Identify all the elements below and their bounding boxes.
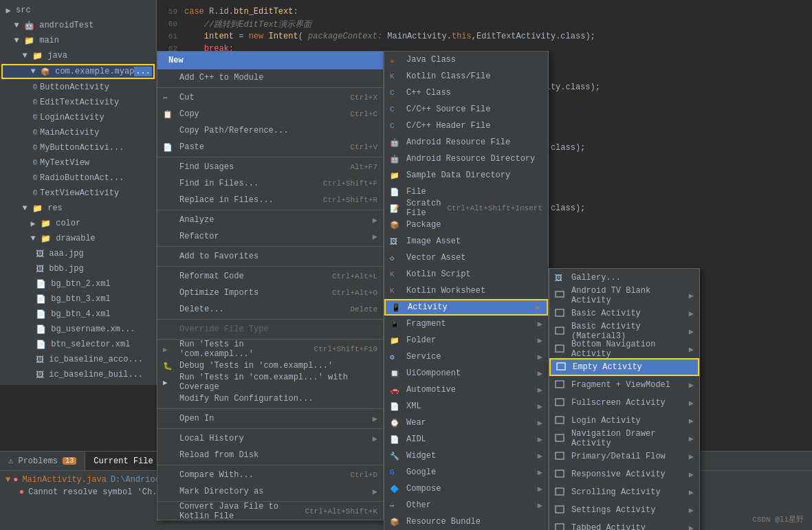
ctx-item-primarydetail[interactable]: Primary/Detail Flow ▶ <box>549 448 699 465</box>
ctx-item-widget[interactable]: 🔧 Widget ▶ <box>384 448 548 464</box>
ctx-item-imageasset[interactable]: 🖼 Image Asset <box>384 233 548 250</box>
ctx-item-replaceinfiles[interactable]: Replace in Files... Ctrl+Shift+R <box>157 192 383 208</box>
ctx-item-tabbedactivity[interactable]: Tabbed Activity ▶ <box>549 519 699 530</box>
ctx-item-runtests[interactable]: ▶ Run 'Tests in 'com.exampl...' Ctrl+Shi… <box>157 341 383 357</box>
ctx-item-bottomnav[interactable]: Bottom Navigation Activity ▶ <box>549 340 699 358</box>
ctx-item-localhistory[interactable]: Local History ▶ <box>157 430 383 447</box>
ctx-item-comparewith[interactable]: Compare With... Ctrl+D <box>157 467 383 483</box>
ctx-item-scrollingactivity[interactable]: Scrolling Activity ▶ <box>549 483 699 501</box>
tree-item-main[interactable]: ▼ 📁 main <box>0 33 156 48</box>
ctx-item-google[interactable]: G Google ▶ <box>384 464 548 481</box>
ctx-item-emptyactivity[interactable]: Empty Activity <box>549 358 699 376</box>
ctx-item-delete[interactable]: Delete... Delete <box>157 301 383 318</box>
svg-rect-11 <box>556 488 564 495</box>
ctx-item-file[interactable]: 📄 File <box>384 184 548 200</box>
ctx-item-gallery[interactable]: 🖼 Gallery... <box>549 269 699 287</box>
tab-problems[interactable]: ⚠ Problems 13 <box>0 452 85 470</box>
ctx-item-compose[interactable]: 🔷 Compose ▶ <box>384 481 548 497</box>
ctx-item-kotlinscript[interactable]: K Kotlin Script <box>384 266 548 283</box>
tree-item-iccam[interactable]: 🖼 ic_baseline_cam... <box>0 382 156 385</box>
tree-item-androidtest[interactable]: ▼ 🤖 androidTest <box>0 18 156 33</box>
tree-item-java[interactable]: ▼ 📁 java <box>0 48 156 63</box>
ctx-item-fullscreen[interactable]: Fullscreen Activity ▶ <box>549 394 699 412</box>
ctx-item-cppsource[interactable]: C C/C++ Source File <box>384 101 548 118</box>
tree-item-buttonactivity[interactable]: © ButtonActivity <box>0 80 156 95</box>
ctx-item-navdrawer[interactable]: Navigation Drawer Activity ▶ <box>549 430 699 448</box>
tree-item-mainactivity[interactable]: © MainActivity <box>0 125 156 140</box>
ctx-item-responsiveactivity[interactable]: Responsive Activity ▶ <box>549 465 699 483</box>
ctx-item-androidtvblank[interactable]: Android TV Blank Activity ▶ <box>549 287 699 305</box>
ctx-item-loginactivity[interactable]: Login Activity ▶ <box>549 412 699 430</box>
ctx-item-settingsactivity[interactable]: Settings Activity ▶ <box>549 501 699 519</box>
ctx-item-openin[interactable]: Open In ▶ <box>157 410 383 427</box>
ctx-item-copy[interactable]: 📋 Copy Ctrl+C <box>157 106 383 122</box>
tree-item-edittextactivity[interactable]: © EditTextActivity <box>0 95 156 110</box>
tree-item-icbuild[interactable]: 🖼 ic_baseline_buil... <box>0 367 156 382</box>
ctx-item-kotlinclass[interactable]: K Kotlin Class/File <box>384 68 548 85</box>
tree-item-mytextview[interactable]: © MyTextView <box>0 155 156 170</box>
ctx-item-analyze[interactable]: Analyze ▶ <box>157 212 383 228</box>
ctx-item-refactor[interactable]: Refactor ▶ <box>157 228 383 245</box>
ctx-item-findinfiles[interactable]: Find in Files... Ctrl+Shift+F <box>157 175 383 192</box>
ctx-item-addtofavorites[interactable]: Add to Favorites <box>157 248 383 265</box>
tree-item-package[interactable]: ▼ 📦 com.example.myap... <box>1 64 155 79</box>
ctx-item-automotive[interactable]: 🚗 Automotive ▶ <box>384 382 548 398</box>
tree-item-color[interactable]: ▶ 📁 color <box>0 216 156 231</box>
tree-item-icacc[interactable]: 🖼 ic_baseline_acco... <box>0 352 156 367</box>
ctx-item-markdirectory[interactable]: Mark Directory as ▶ <box>157 483 383 500</box>
tree-item-bgbtn4[interactable]: 📄 bg_btn_4.xml <box>0 307 156 322</box>
ctx-item-uicomponent[interactable]: 🔲 UiComponent ▶ <box>384 365 548 382</box>
ctx-item-reloadfromdisk[interactable]: Reload from Disk <box>157 447 383 463</box>
ctx-item-debugtests[interactable]: 🐛 Debug 'Tests in 'com.exampl...' <box>157 357 383 374</box>
tree-item-bbb[interactable]: 🖼 bbb.jpg <box>0 261 156 276</box>
ctx-item-androidresource[interactable]: 🤖 Android Resource File <box>384 134 548 151</box>
ctx-item-package[interactable]: 📦 Package <box>384 217 548 233</box>
ctx-item-folder[interactable]: 📁 Folder ▶ <box>384 332 548 349</box>
ctx-item-reformat[interactable]: Reformat Code Ctrl+Alt+L <box>157 268 383 285</box>
tab-currentfile[interactable]: Current File <box>85 452 162 470</box>
error-detail-icon: ● <box>19 487 24 497</box>
ctx-item-androidresourcedir[interactable]: 🤖 Android Resource Directory <box>384 151 548 167</box>
ctx-item-converttokotlin[interactable]: Convert Java File to Kotlin File Ctrl+Al… <box>157 503 383 520</box>
ctx-item-kotlinworksheet[interactable]: K Kotlin Worksheet <box>384 283 548 299</box>
tree-item-bgbtn3[interactable]: 📄 bg_btn_3.xml <box>0 291 156 307</box>
tree-item-loginactivity[interactable]: © LoginActivity <box>0 110 156 125</box>
ctx-item-basicactivitym3[interactable]: Basic Activity (Material3) ▶ <box>549 322 699 340</box>
ctx-item-javaclass[interactable]: ☕ Java Class <box>384 52 548 68</box>
ctx-item-cppclass[interactable]: C C++ Class <box>384 85 548 101</box>
ctx-item-optimizeimports[interactable]: Optimize Imports Ctrl+Alt+O <box>157 285 383 301</box>
submenu-arrow-wear: ▶ <box>538 418 542 428</box>
ctx-item-fragment[interactable]: 📱 Fragment ▶ <box>384 316 548 332</box>
tree-item-radiobuttonact[interactable]: © RadioButtonAct... <box>0 170 156 186</box>
tree-item-aaa[interactable]: 🖼 aaa.jpg <box>0 246 156 261</box>
ctx-item-copypath[interactable]: Copy Path/Reference... <box>157 122 383 139</box>
package-icon: ▼ <box>28 66 39 77</box>
tree-item-mybuttonactivity[interactable]: © MyButtonActivi... <box>0 140 156 155</box>
ctx-item-activity[interactable]: 📱 Activity ▶ <box>384 299 548 316</box>
ctx-item-wear[interactable]: ⌚ Wear ▶ <box>384 415 548 431</box>
ctx-item-xml[interactable]: 📄 XML ▶ <box>384 398 548 415</box>
tree-item-src[interactable]: ▶ src <box>0 3 156 18</box>
ctx-item-cppheader[interactable]: C C/C++ Header File <box>384 118 548 134</box>
ctx-item-fragmentviewmodel[interactable]: Fragment + ViewModel ▶ <box>549 376 699 394</box>
ctx-item-cut[interactable]: ✂ Cut Ctrl+X <box>157 89 383 106</box>
ctx-item-addcpp[interactable]: Add C++ to Module <box>157 69 383 86</box>
ctx-item-runwithcoverage[interactable]: ▶ Run 'Tests in 'com.exampl...' with Cov… <box>157 374 383 390</box>
tree-item-res[interactable]: ▼ 📁 res <box>0 201 156 216</box>
tree-item-textviewactivity[interactable]: © TextViewActivity <box>0 186 156 201</box>
ctx-item-paste[interactable]: 📄 Paste Ctrl+V <box>157 139 383 155</box>
tree-item-btnselector[interactable]: 📄 btn_selector.xml <box>0 337 156 352</box>
tree-item-drawable[interactable]: ▼ 📁 drawable <box>0 231 156 246</box>
ctx-item-modifyrun[interactable]: Modify Run Configuration... <box>157 390 383 407</box>
ctx-item-findusages[interactable]: Find Usages Alt+F7 <box>157 159 383 175</box>
ctx-item-other[interactable]: ⋯ Other ▶ <box>384 497 548 514</box>
ctx-item-sampledatadir[interactable]: 📁 Sample Data Directory <box>384 167 548 184</box>
ctx-item-basicactivity[interactable]: Basic Activity ▶ <box>549 305 699 322</box>
ctx-item-scratchfile[interactable]: 📝 Scratch File Ctrl+Alt+Shift+Insert <box>384 200 548 217</box>
ctx-item-service[interactable]: ⚙ Service ▶ <box>384 349 548 365</box>
ctx-item-vectorasset[interactable]: ◇ Vector Asset <box>384 250 548 266</box>
tree-item-bgbtn2[interactable]: 📄 bg_btn_2.xml <box>0 276 156 291</box>
ctx-item-aidl[interactable]: 📄 AIDL ▶ <box>384 431 548 448</box>
tree-item-bgusername[interactable]: 📄 bg_username.xm... <box>0 322 156 337</box>
ctx-item-resourcebundle[interactable]: 📦 Resource Bundle <box>384 514 548 530</box>
